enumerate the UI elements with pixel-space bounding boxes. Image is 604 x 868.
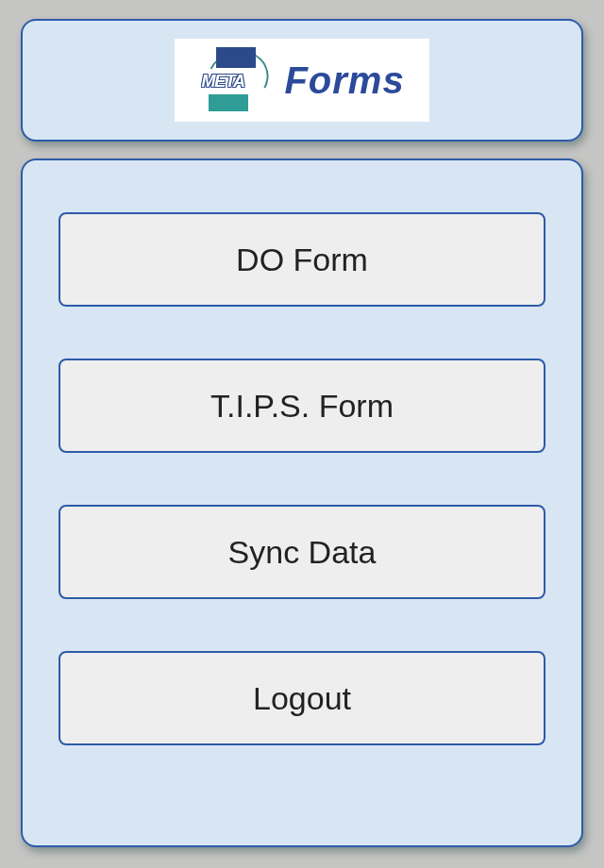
sync-data-button[interactable]: Sync Data — [59, 505, 545, 599]
logout-button[interactable]: Logout — [59, 651, 545, 745]
logo-meta-text: META — [201, 72, 244, 92]
header-card: META Forms — [21, 19, 583, 142]
logo-mark-icon: META — [199, 47, 275, 113]
tips-form-button[interactable]: T.I.P.S. Form — [59, 359, 545, 453]
do-form-button[interactable]: DO Form — [59, 212, 545, 307]
logo-forms-text: Forms — [284, 59, 404, 102]
menu-card: DO Form T.I.P.S. Form Sync Data Logout — [21, 159, 583, 847]
app-logo: META Forms — [175, 39, 429, 122]
